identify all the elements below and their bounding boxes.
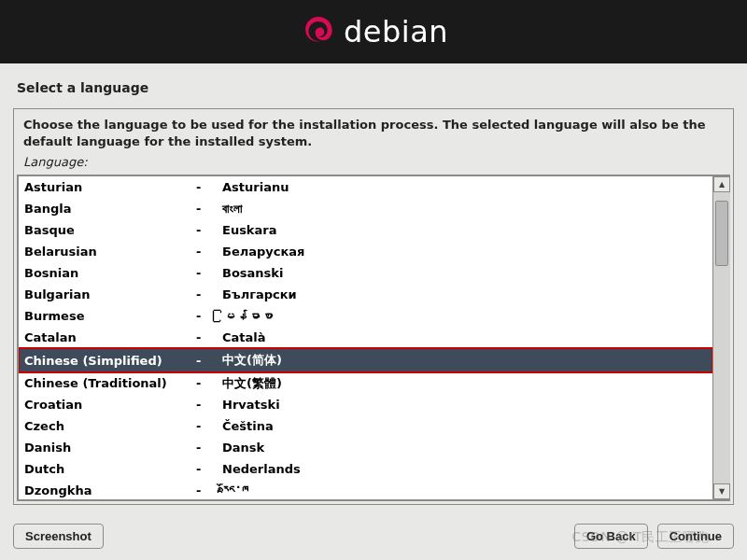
language-native-name: Asturianu: [222, 180, 289, 194]
debian-logo: debian: [299, 12, 448, 51]
language-english-name: Basque: [19, 223, 196, 237]
scroll-down-button[interactable]: ▼: [713, 483, 730, 499]
language-separator: -: [196, 354, 222, 368]
language-native-name: Čeština: [222, 419, 274, 433]
language-native-name: Nederlands: [222, 462, 301, 476]
page-title: Select a language: [0, 63, 747, 108]
language-native-name: Euskara: [222, 223, 276, 237]
language-separator: -: [196, 441, 222, 455]
language-panel: Choose the language to be used for the i…: [13, 108, 734, 505]
language-native-name: Български: [222, 287, 297, 301]
language-english-name: Catalan: [19, 330, 196, 344]
installer-content: Select a language Choose the language to…: [0, 63, 747, 560]
language-separator: -: [196, 330, 222, 344]
language-field-label: Language:: [14, 153, 733, 172]
language-row[interactable]: Asturian-Asturianu: [19, 176, 712, 198]
scroll-thumb[interactable]: [715, 201, 728, 266]
language-row[interactable]: Bosnian-Bosanski: [19, 262, 712, 284]
language-separator: -: [196, 398, 222, 412]
language-english-name: Bulgarian: [19, 287, 196, 301]
language-native-name: Bosanski: [222, 266, 283, 280]
language-separator: -: [196, 287, 222, 301]
go-back-button[interactable]: Go Back: [574, 524, 648, 549]
footer-bar: Screenshot Go Back Continue: [13, 524, 734, 549]
language-row[interactable]: Bangla-বাংলা: [19, 198, 712, 219]
language-row[interactable]: Belarusian-Беларуская: [19, 241, 712, 262]
language-separator: -: [196, 419, 222, 433]
language-separator: -: [196, 309, 222, 323]
language-separator: -: [196, 223, 222, 237]
language-row[interactable]: Burmese-မြန်မာစာ: [19, 305, 712, 327]
language-row[interactable]: Croatian-Hrvatski: [19, 394, 712, 415]
language-row[interactable]: Bulgarian-Български: [19, 284, 712, 305]
scroll-up-button[interactable]: ▲: [713, 176, 730, 192]
language-row[interactable]: Chinese (Traditional)-中文(繁體): [19, 372, 712, 394]
brand-text: debian: [344, 14, 448, 49]
language-english-name: Chinese (Traditional): [19, 376, 196, 390]
language-row[interactable]: Catalan-Català: [19, 327, 712, 348]
language-native-name: 中文(简体): [222, 352, 282, 369]
language-english-name: Bosnian: [19, 266, 196, 280]
language-native-name: Беларуская: [222, 245, 304, 259]
language-english-name: Danish: [19, 441, 196, 455]
screenshot-button[interactable]: Screenshot: [13, 524, 104, 549]
language-row[interactable]: Dutch-Nederlands: [19, 458, 712, 480]
language-row[interactable]: Dzongkha-རྫོང་ཁ: [19, 480, 712, 499]
language-separator: -: [196, 180, 222, 194]
language-separator: -: [196, 376, 222, 390]
language-native-name: རྫོང་ཁ: [222, 483, 248, 497]
continue-button[interactable]: Continue: [657, 524, 734, 549]
language-native-name: 中文(繁體): [222, 375, 282, 392]
language-native-name: Hrvatski: [222, 398, 280, 412]
language-separator: -: [196, 483, 222, 497]
footer-right-group: Go Back Continue: [574, 524, 734, 549]
language-separator: -: [196, 245, 222, 259]
language-english-name: Bangla: [19, 202, 196, 216]
language-english-name: Czech: [19, 419, 196, 433]
instructions-text: Choose the language to be used for the i…: [14, 109, 733, 153]
language-native-name: Dansk: [222, 441, 264, 455]
language-english-name: Belarusian: [19, 245, 196, 259]
language-row[interactable]: Basque-Euskara: [19, 219, 712, 241]
language-english-name: Dutch: [19, 462, 196, 476]
language-native-name: বাংলা: [222, 202, 243, 217]
language-list-container: Asturian-AsturianuBangla-বাংলাBasque-Eus…: [17, 175, 730, 501]
language-english-name: Burmese: [19, 309, 196, 323]
language-english-name: Chinese (Simplified): [19, 354, 196, 368]
language-english-name: Dzongkha: [19, 483, 196, 497]
language-separator: -: [196, 462, 222, 476]
language-row[interactable]: Danish-Dansk: [19, 437, 712, 458]
language-row[interactable]: Chinese (Simplified)-中文(简体): [19, 348, 712, 372]
language-separator: -: [196, 266, 222, 280]
language-native-name: မြန်မာစာ: [222, 309, 274, 323]
language-english-name: Croatian: [19, 398, 196, 412]
language-row[interactable]: Czech-Čeština: [19, 415, 712, 437]
scrollbar[interactable]: ▲ ▼: [712, 176, 730, 499]
language-native-name: Català: [222, 330, 266, 344]
header-banner: debian: [0, 0, 747, 63]
language-english-name: Asturian: [19, 180, 196, 194]
language-separator: -: [196, 202, 222, 216]
debian-swirl-icon: [299, 12, 338, 51]
language-list[interactable]: Asturian-AsturianuBangla-বাংলাBasque-Eus…: [19, 176, 712, 499]
